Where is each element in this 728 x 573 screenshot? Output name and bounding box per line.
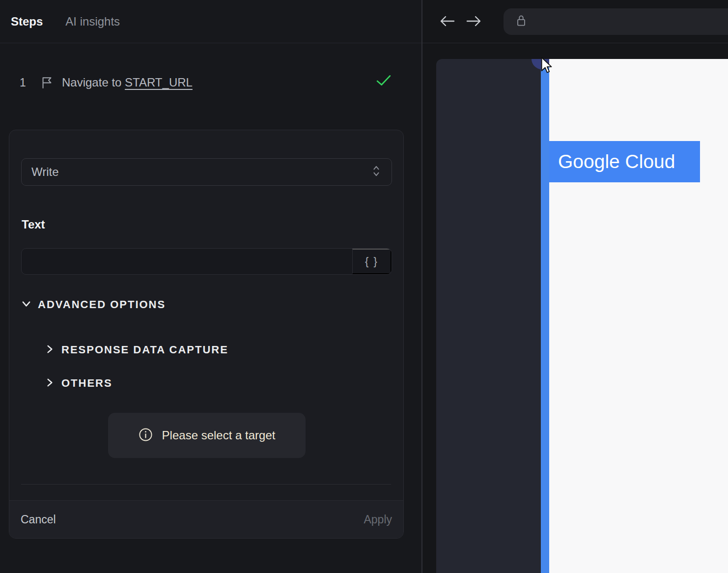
others-label: OTHERS [61,377,112,390]
browser-panel: Google Cloud [422,0,728,573]
response-data-capture-label: RESPONSE DATA CAPTURE [61,344,228,356]
chevron-right-icon [45,377,55,390]
info-icon [139,428,153,444]
step-number: 1 [20,76,33,89]
text-field-label: Text [22,218,45,231]
others-toggle[interactable]: OTHERS [45,377,112,390]
mouse-cursor-icon [540,57,552,76]
tab-ai-insights[interactable]: AI insights [65,15,120,29]
editor-footer: Cancel Apply [9,500,403,538]
cancel-button[interactable]: Cancel [21,513,56,526]
page-side-panel [436,59,541,573]
advanced-options-toggle[interactable]: ADVANCED OPTIONS [21,298,166,311]
select-updown-icon [371,164,382,180]
flag-icon [41,77,53,89]
check-icon [376,75,391,88]
chevron-down-icon [21,299,31,311]
page-viewport: Google Cloud [436,59,728,573]
braces-icon[interactable]: { } [352,249,392,274]
google-cloud-banner-text: Google Cloud [558,151,675,172]
select-target-notice: Please select a target [108,413,306,458]
page-body [549,59,728,573]
response-data-capture-toggle[interactable]: RESPONSE DATA CAPTURE [45,344,228,356]
text-input-group: { } [21,248,392,275]
apply-button[interactable]: Apply [364,513,392,526]
advanced-options-label: ADVANCED OPTIONS [38,298,166,311]
text-input[interactable] [22,249,352,274]
back-arrow-icon[interactable] [439,14,455,29]
tab-steps[interactable]: Steps [11,15,43,29]
footer-divider [21,484,391,485]
url-bar[interactable] [504,8,728,35]
page-highlight-stripe [541,59,549,573]
browser-toolbar [422,0,728,43]
start-url-link[interactable]: START_URL [125,76,193,89]
forward-arrow-icon[interactable] [466,14,482,29]
action-type-select[interactable]: Write [21,158,392,186]
google-cloud-banner[interactable]: Google Cloud [549,141,700,182]
notice-text: Please select a target [162,429,276,442]
left-panel-header: Steps AI insights [0,0,421,43]
lock-icon [515,13,527,30]
app-screen: Steps AI insights 1 Navigate to START_UR… [0,0,728,573]
action-type-value: Write [31,165,371,179]
chevron-right-icon [45,344,55,356]
step-editor-card: Write Text { } ADVANCED OPTIONS [9,130,404,539]
steps-panel: Steps AI insights 1 Navigate to START_UR… [0,0,421,573]
step-label: Navigate to START_URL [62,76,193,89]
step-item-1[interactable]: 1 Navigate to START_URL [20,74,402,91]
